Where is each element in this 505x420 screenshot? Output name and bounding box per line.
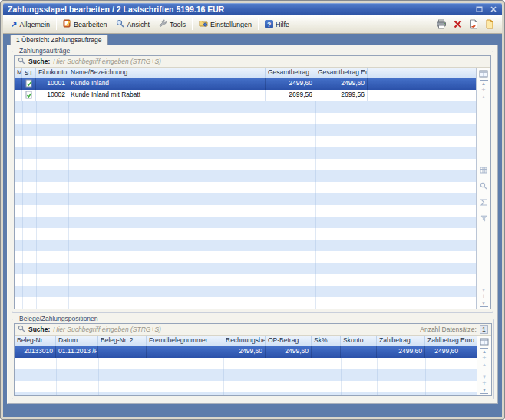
window-title: Zahlungsstapel bearbeiten / 2 Lastschrif… [8, 5, 224, 14]
scroll-down-page-icon[interactable]: + [480, 293, 488, 300]
filter-icon[interactable] [480, 211, 487, 225]
scroll-down-page-icon[interactable]: + [480, 380, 488, 387]
scroll-up-page-icon[interactable]: + [480, 355, 488, 362]
delete-icon[interactable] [452, 19, 463, 29]
content-area: 1 Übersicht Zahlungsaufträge Zahlungsauf… [3, 34, 502, 417]
menu-ansicht[interactable]: Ansicht [111, 18, 154, 31]
column-header-op-betrag[interactable]: OP-Betrag [266, 336, 312, 346]
column-header-skonto[interactable]: Skonto [341, 336, 377, 346]
column-chooser-icon[interactable] [479, 68, 488, 78]
magnifier-icon [116, 19, 124, 29]
toolbar-separator [192, 18, 193, 30]
column-chooser-icon[interactable] [480, 336, 489, 346]
column-header-gesamtbetrag-euro[interactable]: Gesamtbetrag Euro [315, 68, 368, 78]
cell-datum: 01.11.2013 /Fr [56, 346, 98, 358]
wrench-icon [159, 19, 167, 29]
cell-fibukonto: 10001 [36, 78, 68, 90]
scroll-to-bottom-icon[interactable]: ▼ [480, 300, 488, 307]
tab-page: Zahlungsaufträge Suche: Hier Suchbegriff… [7, 45, 498, 404]
column-header-sk[interactable]: Sk% [312, 336, 341, 346]
zoom-search-icon[interactable] [480, 179, 487, 193]
cell-gesamtbetrag-euro: 2499,60 [315, 78, 368, 90]
column-header-beleg-nr[interactable]: Beleg-Nr. [15, 336, 56, 346]
menu-allgemein[interactable]: ↗ Allgemein [6, 19, 54, 30]
cell-zahlbetrag: 2499,60 [377, 346, 425, 358]
close-icon[interactable] [489, 5, 497, 14]
positions-nav-strip: ▲ + ▲ ▼ + ▼ [477, 336, 491, 395]
new-document-icon[interactable] [484, 19, 495, 29]
column-header-fremdbelegnummer[interactable]: Fremdbelegnummer [147, 336, 223, 346]
tab-uebersicht-zahlungsauftraege[interactable]: 1 Übersicht Zahlungsaufträge [10, 35, 108, 45]
search-label: Suche: [28, 58, 50, 65]
menu-label: Hilfe [276, 21, 289, 28]
search-icon [18, 325, 25, 334]
menu-label: Tools [170, 21, 186, 28]
sum-icon[interactable] [480, 195, 487, 209]
search-label: Suche: [28, 326, 50, 333]
arrow-northeast-icon: ↗ [11, 21, 17, 28]
cell-fremdbelegnummer [147, 346, 223, 358]
positions-body: 20133010 01.11.2013 /Fr 2499,60 2499,60 … [15, 346, 477, 395]
payment-orders-search-row[interactable]: Suche: Hier Suchbegriff eingeben (STRG+S… [15, 56, 490, 68]
cell-gesamtbetrag: 2699,56 [266, 90, 315, 101]
table-row[interactable]: 20133010 01.11.2013 /Fr 2499,60 2499,60 … [15, 346, 477, 358]
scroll-to-bottom-icon[interactable]: ▼ [480, 387, 488, 394]
menu-bearbeiten[interactable]: Bearbeiten [58, 18, 112, 31]
folder-settings-icon [199, 19, 208, 29]
group-label: Zahlungsaufträge [17, 47, 72, 55]
column-header-gesamtbetrag[interactable]: Gesamtbetrag [266, 68, 315, 78]
positions-search-row[interactable]: Suche: Hier Suchbegriff eingeben (STRG+S… [15, 324, 491, 336]
print-icon[interactable] [436, 19, 447, 29]
menu-einstellungen[interactable]: Einstellungen [194, 18, 256, 31]
cell-name: Kunde Inland [68, 78, 266, 90]
restore-icon[interactable] [475, 5, 484, 14]
record-count: Anzahl Datensätze: 1 [420, 325, 488, 334]
column-header-st[interactable]: ST [22, 68, 36, 78]
toolbar-separator [258, 18, 259, 30]
menu-label: Einstellungen [210, 21, 252, 28]
search-placeholder: Hier Suchbegriff eingeben (STRG+S) [53, 58, 161, 65]
search-placeholder: Hier Suchbegriff eingeben (STRG+S) [53, 326, 161, 333]
export-document-icon[interactable] [468, 19, 479, 29]
column-header-fibukonto[interactable]: Fibukonto [36, 68, 68, 78]
grid-view-icon[interactable] [480, 163, 487, 177]
column-header-beleg-nr-2[interactable]: Beleg-Nr. 2 [98, 336, 147, 346]
scroll-up-icon[interactable]: ▲ [480, 94, 488, 100]
table-row[interactable]: 10001 Kunde Inland 2499,60 2499,60 [15, 78, 476, 90]
positions-grid: Suche: Hier Suchbegriff eingeben (STRG+S… [14, 323, 492, 396]
column-header-name[interactable]: Name/Bezeichnung [68, 68, 266, 78]
payment-orders-nav-strip: ▲ + ▲ [476, 68, 490, 309]
cell-rechnungsbetrag: 2499,60 [223, 346, 266, 358]
cell-gesamtbetrag-euro: 2699,56 [315, 90, 368, 101]
titlebar: Zahlungsstapel bearbeiten / 2 Lastschrif… [3, 3, 502, 15]
scroll-up-icon[interactable]: ▲ [480, 362, 488, 368]
cell-skonto [341, 346, 377, 358]
column-header-zahlbetrag-euro[interactable]: Zahlbetrag Euro [425, 336, 477, 346]
group-label: Belege/Zahlungspositionen [17, 315, 101, 322]
cell-name: Kunde Inland mit Rabatt [68, 90, 266, 101]
group-belege-zahlungspositionen: Belege/Zahlungspositionen Suche: Hier Su… [12, 315, 494, 399]
column-header-zahlbetrag[interactable]: Zahlbetrag [377, 336, 425, 346]
column-header-rechnungsbetrag[interactable]: Rechnungsbetrag [223, 336, 266, 346]
positions-header: Beleg-Nr. Datum Beleg-Nr. 2 Fremdbelegnu… [15, 336, 477, 346]
menu-hilfe[interactable]: ? Hilfe [260, 18, 294, 30]
table-row[interactable]: 10002 Kunde Inland mit Rabatt 2699,56 26… [15, 90, 476, 101]
cell-fibukonto: 10002 [36, 90, 68, 101]
help-icon: ? [265, 20, 273, 28]
menu-label: Bearbeiten [74, 21, 107, 28]
search-icon [18, 57, 25, 66]
column-header-m[interactable]: M [15, 68, 22, 78]
menubar: ↗ Allgemein Bearbeiten Ansicht Tools [3, 15, 502, 34]
cell-zahlbetrag-euro: 2499,60 [425, 346, 477, 358]
menu-tools[interactable]: Tools [154, 18, 190, 31]
record-count-value: 1 [480, 325, 488, 334]
cell-beleg-nr: 20133010 [15, 346, 56, 358]
cell-beleg-nr-2 [98, 346, 147, 358]
scroll-up-page-icon[interactable]: + [480, 87, 488, 94]
record-count-label: Anzahl Datensätze: [420, 326, 477, 333]
payment-orders-grid: Suche: Hier Suchbegriff eingeben (STRG+S… [14, 55, 491, 309]
group-zahlungsauftraege: Zahlungsaufträge Suche: Hier Suchbegriff… [12, 47, 493, 313]
payment-orders-body: 10001 Kunde Inland 2499,60 2499,60 [15, 78, 476, 309]
toolbar-right-group [436, 19, 499, 29]
column-header-datum[interactable]: Datum [56, 336, 98, 346]
